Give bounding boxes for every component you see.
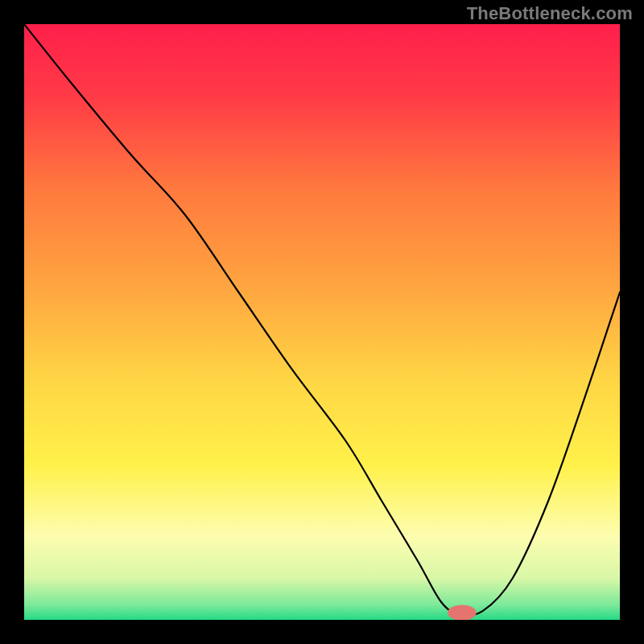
chart-wrapper: TheBottleneck.com <box>0 0 644 644</box>
chart-background <box>24 24 620 620</box>
optimal-marker <box>448 605 477 621</box>
chart-plot-area <box>24 24 620 620</box>
watermark-text: TheBottleneck.com <box>467 3 633 24</box>
chart-svg <box>24 24 620 620</box>
